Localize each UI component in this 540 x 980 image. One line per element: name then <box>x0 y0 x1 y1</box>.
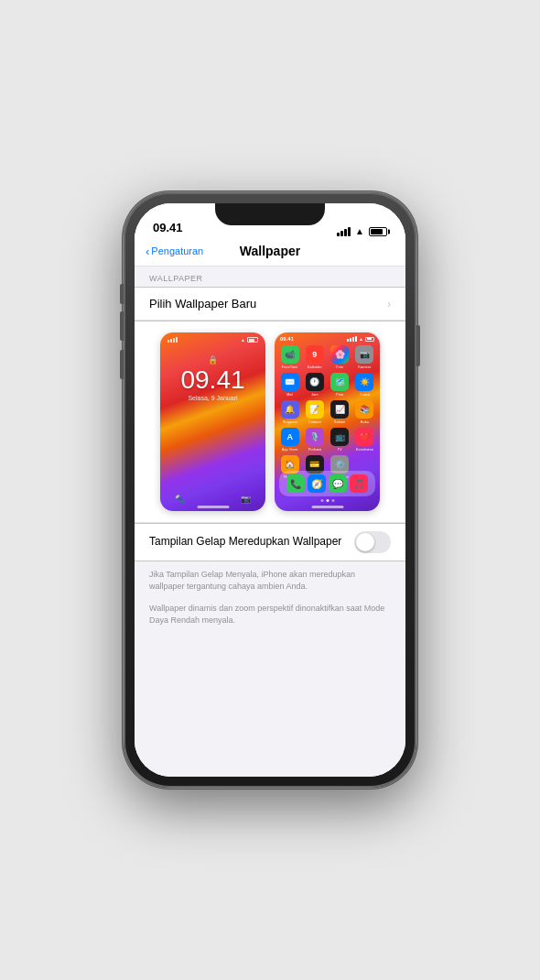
app-calendar[interactable]: 9 Kalender <box>304 345 325 369</box>
page-dot-2 <box>326 499 329 502</box>
phone-frame: 09.41 ▲ ‹ Pe <box>124 192 416 788</box>
toggle-label: Tampilan Gelap Meredupkan Wallpaper <box>149 535 354 550</box>
calendar-label: Kalender <box>308 365 322 369</box>
app-books[interactable]: 📚 Buku <box>354 400 375 424</box>
content-area: WALLPAPER Pilih Wallpaper Baru › <box>135 267 405 777</box>
volume-up-button[interactable] <box>120 311 124 341</box>
section-header-wallpaper: WALLPAPER <box>135 267 405 287</box>
stocks-icon: 📈 <box>330 400 349 419</box>
appstore-icon: A <box>281 428 299 446</box>
app-notes[interactable]: 📝 Catatan <box>304 400 325 424</box>
ringtones-icon: 🔔 <box>281 400 299 419</box>
home-screen-content: 09.41 ▲ <box>275 332 380 511</box>
ringtones-label: Ringtone <box>283 419 297 424</box>
toggle-thumb <box>356 533 374 551</box>
description-1: Jika Tampilan Gelap Menyala, iPhone akan… <box>135 561 405 595</box>
books-icon: 📚 <box>355 400 373 419</box>
navigation-bar: ‹ Pengaturan Wallpaper <box>135 240 405 267</box>
app-tv[interactable]: 📺 TV <box>329 428 351 452</box>
power-button[interactable] <box>416 325 420 366</box>
dock-safari-icon[interactable]: 🧭 <box>308 474 326 493</box>
health-icon: ❤️ <box>355 428 373 446</box>
back-label: Pengaturan <box>151 245 203 256</box>
flashlight-icon: 🔦 <box>175 495 185 504</box>
signal-icon <box>337 227 351 236</box>
dock-music-icon[interactable]: 🎵 <box>350 474 368 493</box>
choose-wallpaper-label: Pilih Wallpaper Baru <box>149 297 256 310</box>
home-indicator <box>311 506 343 508</box>
wallpaper-list-section: Pilih Wallpaper Baru › <box>135 287 405 321</box>
photos-label: Foto <box>336 365 343 369</box>
home-status-bar: 09.41 ▲ <box>275 332 380 342</box>
lock-status-bar: ▲ <box>160 332 265 343</box>
camera-label: Kamera <box>358 365 371 369</box>
wallpaper-preview-section: ▲ 🔒 09.41 Selasa, 9 Januari <box>135 321 405 523</box>
photos-icon: 🌸 <box>330 345 349 364</box>
app-ringtones[interactable]: 🔔 Ringtone <box>279 400 300 424</box>
lock-screen-content: ▲ 🔒 09.41 Selasa, 9 Januari <box>160 332 265 511</box>
back-button[interactable]: ‹ Pengaturan <box>146 245 203 258</box>
content-spacer <box>135 629 405 777</box>
wifi-icon: ▲ <box>355 226 364 236</box>
chevron-right-icon: › <box>387 298 391 310</box>
status-icons: ▲ <box>337 226 387 236</box>
app-photos[interactable]: 🌸 Foto <box>329 345 351 369</box>
maps-label: Peta <box>336 392 343 397</box>
app-camera[interactable]: 📷 Kamera <box>354 345 375 369</box>
home-signal-icon <box>347 336 357 342</box>
app-facetime[interactable]: 📹 FaceTime <box>279 345 300 369</box>
tv-label: TV <box>338 447 342 452</box>
app-weather[interactable]: ☀️ Cuaca <box>354 373 375 397</box>
dock-phone-icon[interactable]: 📞 <box>286 474 305 493</box>
choose-wallpaper-row[interactable]: Pilih Wallpaper Baru › <box>135 288 405 321</box>
battery-icon <box>369 227 387 236</box>
clock-icon: 🕐 <box>306 373 324 391</box>
notes-icon: 📝 <box>306 400 324 419</box>
toggle-section: Tampilan Gelap Meredupkan Wallpaper <box>135 523 405 561</box>
phone-screen: 09.41 ▲ ‹ Pe <box>135 203 405 777</box>
screen-content: 09.41 ▲ ‹ Pe <box>135 203 405 777</box>
lock-screen-preview[interactable]: ▲ 🔒 09.41 Selasa, 9 Januari <box>160 332 265 511</box>
lock-bottom-icons: 🔦 📷 <box>160 495 265 504</box>
app-clock[interactable]: 🕐 Jam <box>304 373 325 397</box>
page-dot-1 <box>320 499 323 502</box>
dock: 📞 🧭 💬 🎵 <box>279 471 375 496</box>
clock-label: Jam <box>311 392 319 397</box>
mute-button[interactable] <box>120 284 124 304</box>
chevron-left-icon: ‹ <box>146 245 149 258</box>
app-maps[interactable]: 🗺️ Peta <box>329 373 351 397</box>
camera-lock-icon: 📷 <box>241 495 251 504</box>
app-grid: 📹 FaceTime 9 Kalender 🌸 <box>275 342 380 483</box>
podcasts-label: Podcast <box>308 447 321 452</box>
app-mail[interactable]: ✉️ Mail <box>279 373 300 397</box>
dark-mode-toggle[interactable] <box>354 531 391 553</box>
podcasts-icon: 🎙️ <box>306 428 324 446</box>
status-time: 09.41 <box>153 221 183 236</box>
home-time: 09.41 <box>280 336 294 342</box>
appstore-label: App Store <box>282 447 298 452</box>
app-appstore[interactable]: A App Store <box>279 428 300 452</box>
lock-home-indicator <box>197 506 229 508</box>
health-label: Kesehatan <box>356 447 373 452</box>
notch <box>215 203 325 225</box>
app-stocks[interactable]: 📈 Saham <box>329 400 351 424</box>
weather-icon: ☀️ <box>355 373 373 391</box>
maps-icon: 🗺️ <box>330 373 349 391</box>
facetime-icon: 📹 <box>281 345 299 364</box>
calendar-icon: 9 <box>306 345 324 364</box>
facetime-label: FaceTime <box>282 365 298 369</box>
weather-label: Cuaca <box>360 392 371 397</box>
home-screen-preview[interactable]: 09.41 ▲ <box>275 332 380 511</box>
battery-fill <box>371 229 383 234</box>
camera-icon: 📷 <box>355 345 373 364</box>
app-podcasts[interactable]: 🎙️ Podcast <box>304 428 325 452</box>
lock-date: Selasa, 9 Januari <box>188 395 237 401</box>
volume-down-button[interactable] <box>120 350 124 379</box>
dock-messages-icon[interactable]: 💬 <box>329 474 347 493</box>
app-health[interactable]: ❤️ Kesehatan <box>354 428 375 452</box>
dark-mode-dim-row: Tampilan Gelap Meredupkan Wallpaper <box>135 524 405 561</box>
page-title: Wallpaper <box>240 244 300 258</box>
description-2: Wallpaper dinamis dan zoom perspektif di… <box>135 595 405 629</box>
stocks-label: Saham <box>334 419 346 424</box>
page-dot-3 <box>331 499 334 502</box>
